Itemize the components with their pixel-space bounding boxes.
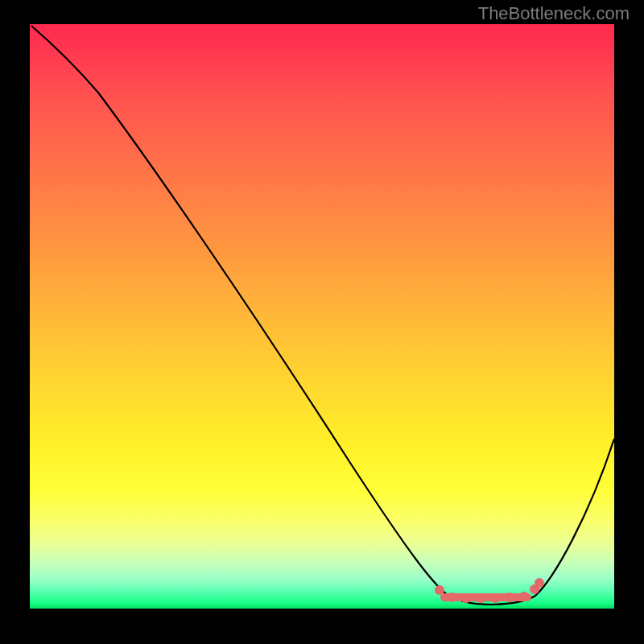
marker-dot — [535, 578, 544, 588]
marker-dot — [447, 592, 456, 602]
bottleneck-curve — [31, 26, 614, 605]
marker-dot — [505, 592, 514, 602]
marker-dot — [530, 584, 539, 594]
marker-dot — [476, 593, 485, 603]
chart-background-gradient — [30, 24, 614, 609]
chart-plot-area — [30, 24, 614, 609]
marker-dot — [490, 593, 500, 603]
watermark-text: TheBottleneck.com — [478, 3, 630, 24]
marker-dot — [519, 592, 529, 601]
marker-dot — [461, 593, 471, 603]
chart-svg — [30, 24, 614, 609]
marker-dot — [435, 585, 444, 595]
